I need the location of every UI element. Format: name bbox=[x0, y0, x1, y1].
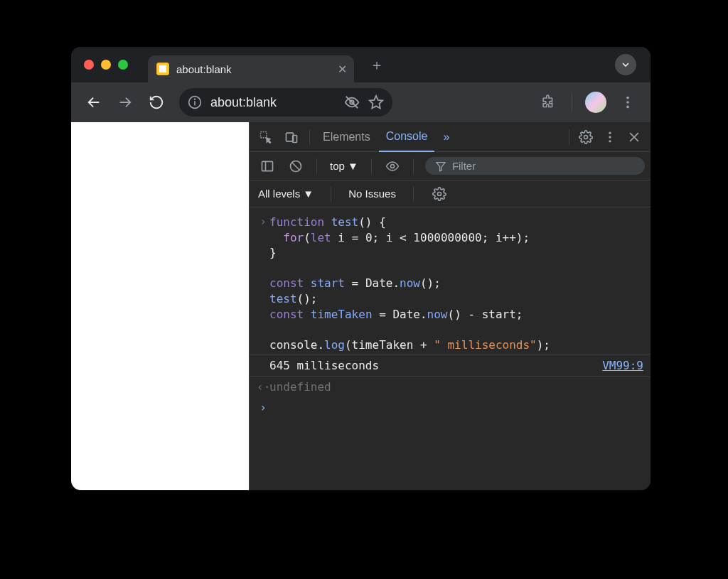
context-label: top bbox=[330, 160, 345, 172]
console-settings-icon[interactable] bbox=[431, 182, 448, 206]
svg-marker-25 bbox=[437, 162, 445, 171]
filter-placeholder: Filter bbox=[452, 160, 476, 172]
console-log-row: 645 milliseconds VM99:9 bbox=[250, 354, 651, 377]
svg-point-8 bbox=[626, 97, 629, 99]
back-button[interactable] bbox=[81, 90, 107, 115]
divider bbox=[413, 158, 414, 174]
minimize-window-button[interactable] bbox=[101, 60, 111, 70]
page-viewport[interactable] bbox=[71, 122, 249, 490]
url-text: about:blank bbox=[210, 95, 336, 110]
svg-point-26 bbox=[437, 192, 441, 195]
devtools-panel: Elements Console » bbox=[249, 122, 651, 490]
tab-favicon bbox=[156, 63, 169, 75]
tab-title: about:blank bbox=[176, 63, 232, 75]
svg-point-17 bbox=[609, 140, 611, 142]
return-value: undefined bbox=[269, 380, 331, 394]
svg-point-15 bbox=[609, 131, 611, 134]
log-output: 645 milliseconds bbox=[269, 359, 379, 372]
input-marker-icon: › bbox=[257, 215, 269, 352]
divider bbox=[371, 158, 372, 174]
console-return-row: ‹· undefined bbox=[250, 377, 651, 396]
tab-strip: about:blank ✕ ＋ bbox=[71, 47, 651, 82]
content-area: Elements Console » bbox=[71, 122, 651, 490]
eye-off-icon[interactable] bbox=[344, 94, 360, 110]
reload-button[interactable] bbox=[144, 90, 169, 115]
divider bbox=[316, 158, 317, 174]
new-tab-button[interactable]: ＋ bbox=[367, 55, 387, 75]
console-code: function test() { for(let i = 0; i < 100… bbox=[269, 215, 643, 352]
site-info-icon[interactable] bbox=[188, 95, 202, 109]
svg-point-4 bbox=[195, 99, 196, 99]
svg-point-9 bbox=[626, 101, 629, 104]
device-toolbar-icon[interactable] bbox=[279, 125, 304, 149]
tab-more[interactable]: » bbox=[436, 122, 456, 152]
devtools-menu-icon[interactable] bbox=[598, 125, 622, 149]
tab-search-button[interactable] bbox=[615, 54, 636, 75]
prompt-marker-icon: › bbox=[257, 401, 269, 414]
close-window-button[interactable] bbox=[84, 60, 94, 70]
svg-line-23 bbox=[292, 163, 299, 170]
issues-button[interactable]: No Issues bbox=[348, 188, 396, 200]
address-bar[interactable]: about:blank bbox=[179, 88, 392, 117]
issues-label: No Issues bbox=[348, 188, 396, 200]
devtools-header: Elements Console » bbox=[250, 122, 651, 152]
toolbar-divider bbox=[572, 94, 572, 111]
svg-rect-11 bbox=[261, 131, 267, 137]
svg-rect-20 bbox=[262, 161, 273, 171]
clear-console-icon[interactable] bbox=[284, 154, 308, 178]
console-prompt[interactable]: › bbox=[250, 396, 651, 418]
live-expression-icon[interactable] bbox=[380, 154, 405, 178]
context-selector[interactable]: top ▼ bbox=[326, 160, 363, 172]
svg-point-24 bbox=[390, 164, 394, 168]
svg-point-16 bbox=[609, 136, 611, 138]
extensions-button[interactable] bbox=[536, 90, 562, 115]
profile-avatar[interactable] bbox=[585, 92, 606, 113]
log-levels-label: All levels bbox=[258, 188, 300, 200]
svg-point-10 bbox=[626, 106, 629, 109]
window-controls bbox=[84, 60, 128, 70]
browser-menu-button[interactable] bbox=[615, 90, 641, 115]
console-toolbar: top ▼ Filter bbox=[250, 152, 651, 180]
divider bbox=[413, 186, 414, 202]
browser-tab[interactable]: about:blank ✕ bbox=[148, 55, 354, 82]
svg-marker-7 bbox=[370, 96, 382, 108]
browser-toolbar: about:blank bbox=[71, 82, 651, 122]
tab-console[interactable]: Console bbox=[379, 122, 435, 152]
bookmark-star-icon[interactable] bbox=[368, 94, 384, 110]
toggle-sidebar-icon[interactable] bbox=[255, 154, 279, 178]
output-marker-icon: ‹· bbox=[257, 380, 269, 394]
close-tab-button[interactable]: ✕ bbox=[338, 63, 347, 76]
divider bbox=[569, 129, 569, 145]
console-input-row: › function test() { for(let i = 0; i < 1… bbox=[250, 213, 651, 354]
maximize-window-button[interactable] bbox=[118, 60, 128, 70]
divider bbox=[309, 129, 310, 145]
forward-button[interactable] bbox=[112, 90, 138, 115]
console-toolbar-2: All levels ▼ No Issues bbox=[250, 180, 651, 207]
devtools-settings-icon[interactable] bbox=[574, 125, 598, 149]
svg-point-14 bbox=[584, 135, 588, 139]
inspect-element-icon[interactable] bbox=[254, 125, 278, 149]
devtools-close-icon[interactable] bbox=[622, 125, 646, 149]
tab-elements[interactable]: Elements bbox=[316, 122, 378, 152]
filter-input[interactable]: Filter bbox=[425, 157, 645, 175]
console-body[interactable]: › function test() { for(let i = 0; i < 1… bbox=[250, 207, 651, 490]
browser-window: about:blank ✕ ＋ about:blank bbox=[71, 47, 651, 490]
filter-icon bbox=[435, 161, 446, 172]
divider bbox=[331, 186, 331, 202]
log-source-link[interactable]: VM99:9 bbox=[602, 359, 643, 372]
log-levels-selector[interactable]: All levels ▼ bbox=[258, 188, 314, 200]
